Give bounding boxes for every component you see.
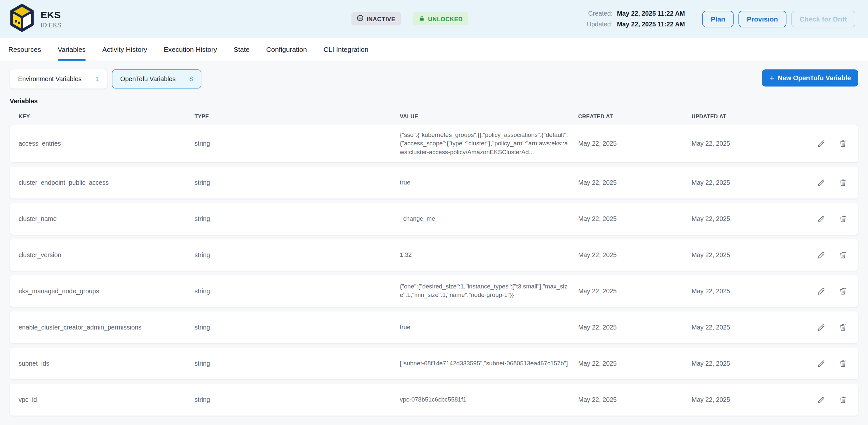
tab-activity-history[interactable]: Activity History bbox=[102, 38, 147, 61]
var-created-at-cell: May 22, 2025 bbox=[578, 324, 692, 331]
chip-environment-label: Environment Variables bbox=[18, 75, 82, 83]
tab-configuration[interactable]: Configuration bbox=[266, 38, 307, 61]
created-row: Created: May 22, 2025 11:22 AM bbox=[587, 10, 685, 17]
tab-cli-integration[interactable]: CLI Integration bbox=[323, 38, 369, 61]
chip-opentofu-variables[interactable]: OpenTofu Variables 8 bbox=[112, 69, 202, 89]
var-key-cell: cluster_name bbox=[19, 215, 194, 222]
delete-variable-button[interactable] bbox=[838, 178, 848, 187]
column-header-value: VALUE bbox=[400, 114, 578, 119]
edit-variable-button[interactable] bbox=[816, 395, 826, 404]
header-right: Created: May 22, 2025 11:22 AM Updated: … bbox=[587, 10, 855, 28]
updated-label: Updated: bbox=[587, 21, 613, 28]
variables-table: access_entries string {"sso":{"kubernete… bbox=[10, 125, 858, 416]
page-subtitle: ID:EKS bbox=[41, 21, 62, 29]
table-header: KEY TYPE VALUE CREATED AT UPDATED AT bbox=[10, 104, 858, 125]
var-value-cell: {"one":{"desired_size":1,"instance_types… bbox=[400, 282, 578, 300]
edit-variable-button[interactable] bbox=[816, 139, 826, 149]
delete-variable-button[interactable] bbox=[838, 286, 848, 296]
edit-variable-button[interactable] bbox=[816, 178, 826, 187]
pencil-icon bbox=[816, 139, 826, 149]
timestamps: Created: May 22, 2025 11:22 AM Updated: … bbox=[587, 10, 685, 28]
var-key-cell: eks_managed_node_groups bbox=[19, 287, 194, 295]
table-row: subnet_ids string ["subnet-08f14e7142d33… bbox=[10, 347, 858, 380]
var-type-cell: string bbox=[194, 179, 400, 186]
tab-resources[interactable]: Resources bbox=[8, 38, 41, 61]
row-actions bbox=[804, 286, 850, 296]
trash-icon bbox=[838, 250, 848, 260]
brand-text: EKS ID:EKS bbox=[41, 9, 62, 29]
table-row: cluster_name string _change_me_ May 22, … bbox=[10, 203, 858, 235]
chip-environment-variables[interactable]: Environment Variables 1 bbox=[10, 69, 107, 89]
edit-variable-button[interactable] bbox=[816, 250, 826, 260]
header-buttons: Plan Provision Check for Drift bbox=[703, 10, 855, 27]
edit-variable-button[interactable] bbox=[816, 323, 826, 332]
var-type-cell: string bbox=[194, 251, 400, 259]
var-value-cell: true bbox=[400, 178, 578, 187]
chip-opentofu-count: 8 bbox=[189, 75, 193, 83]
table-row: cluster_version string 1.32 May 22, 2025… bbox=[10, 239, 858, 271]
trash-icon bbox=[838, 286, 848, 296]
var-type-cell: string bbox=[194, 360, 400, 367]
delete-variable-button[interactable] bbox=[838, 359, 848, 368]
var-updated-at-cell: May 22, 2025 bbox=[692, 251, 804, 259]
edit-variable-button[interactable] bbox=[816, 359, 826, 368]
var-value-cell: ["subnet-08f14e7142d333595","subnet-0680… bbox=[400, 359, 578, 368]
table-row: cluster_endpoint_public_access string tr… bbox=[10, 166, 858, 199]
check-for-drift-button[interactable]: Check for Drift bbox=[791, 10, 855, 27]
status-badge-unlocked: UNLOCKED bbox=[413, 12, 468, 26]
var-created-at-cell: May 22, 2025 bbox=[578, 287, 692, 295]
trash-icon bbox=[838, 214, 848, 223]
new-opentofu-variable-button[interactable]: + New OpenTofu Variable bbox=[762, 69, 858, 87]
trash-icon bbox=[838, 139, 848, 149]
delete-variable-button[interactable] bbox=[838, 214, 848, 223]
delete-variable-button[interactable] bbox=[838, 139, 848, 149]
var-type-cell: string bbox=[194, 215, 400, 222]
brand: EKS ID:EKS bbox=[10, 4, 61, 35]
provision-button[interactable]: Provision bbox=[738, 10, 786, 27]
var-key-cell: access_entries bbox=[19, 140, 194, 148]
badge-divider bbox=[407, 14, 407, 23]
plan-button[interactable]: Plan bbox=[703, 10, 734, 27]
tab-execution-history[interactable]: Execution History bbox=[164, 38, 217, 61]
pencil-icon bbox=[816, 286, 826, 296]
table-row: eks_managed_node_groups string {"one":{"… bbox=[10, 275, 858, 307]
delete-variable-button[interactable] bbox=[838, 323, 848, 332]
status-badges: INACTIVE UNLOCKED bbox=[351, 0, 468, 38]
pencil-icon bbox=[816, 359, 826, 368]
delete-variable-button[interactable] bbox=[838, 395, 848, 404]
delete-variable-button[interactable] bbox=[838, 250, 848, 260]
var-value-cell: vpc-078b51c6cbc5581f1 bbox=[400, 395, 578, 404]
table-row: enable_cluster_creator_admin_permissions… bbox=[10, 311, 858, 343]
edit-variable-button[interactable] bbox=[816, 286, 826, 296]
pencil-icon bbox=[816, 250, 826, 260]
status-badge-inactive: INACTIVE bbox=[351, 12, 401, 26]
column-header-updated-at: UPDATED AT bbox=[692, 114, 804, 119]
var-updated-at-cell: May 22, 2025 bbox=[692, 140, 804, 148]
edit-variable-button[interactable] bbox=[816, 214, 826, 223]
table-row: vpc_id string vpc-078b51c6cbc5581f1 May … bbox=[10, 384, 858, 416]
var-created-at-cell: May 22, 2025 bbox=[578, 179, 692, 186]
trash-icon bbox=[838, 323, 848, 332]
inactive-badge-label: INACTIVE bbox=[367, 15, 395, 22]
column-header-actions bbox=[804, 114, 850, 119]
chip-environment-count: 1 bbox=[95, 75, 99, 83]
var-type-cell: string bbox=[194, 396, 400, 403]
row-actions bbox=[804, 139, 850, 149]
var-updated-at-cell: May 22, 2025 bbox=[692, 324, 804, 331]
created-value: May 22, 2025 11:22 AM bbox=[617, 10, 685, 17]
var-key-cell: subnet_ids bbox=[19, 360, 194, 367]
variable-type-chips: Environment Variables 1 OpenTofu Variabl… bbox=[10, 69, 201, 89]
var-key-cell: cluster_version bbox=[19, 251, 194, 259]
var-type-cell: string bbox=[194, 140, 400, 148]
var-created-at-cell: May 22, 2025 bbox=[578, 396, 692, 403]
tab-state[interactable]: State bbox=[234, 38, 250, 61]
var-value-cell: {"sso":{"kubernetes_groups":[],"policy_a… bbox=[400, 131, 578, 156]
app-logo-cube-icon bbox=[10, 4, 34, 35]
created-label: Created: bbox=[588, 10, 613, 17]
new-opentofu-variable-label: New OpenTofu Variable bbox=[778, 74, 851, 82]
unlocked-padlock-icon bbox=[418, 15, 425, 23]
var-updated-at-cell: May 22, 2025 bbox=[692, 360, 804, 367]
tab-variables[interactable]: Variables bbox=[58, 38, 86, 61]
var-value-cell: 1.32 bbox=[400, 251, 578, 259]
row-actions bbox=[804, 323, 850, 332]
